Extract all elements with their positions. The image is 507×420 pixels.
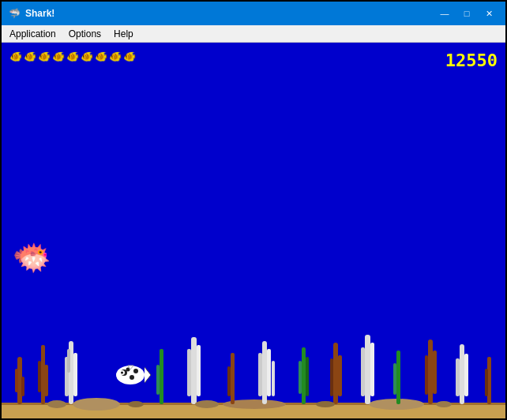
svg-point-16 xyxy=(133,369,138,373)
svg-rect-55 xyxy=(485,369,488,396)
svg-rect-53 xyxy=(464,354,468,396)
seabed-layer xyxy=(2,332,505,418)
minimize-button[interactable]: — xyxy=(434,6,455,21)
svg-rect-50 xyxy=(433,351,437,394)
svg-point-21 xyxy=(121,372,123,374)
window-controls: — □ ✕ xyxy=(434,6,499,21)
svg-rect-33 xyxy=(262,341,267,404)
life-8: 🐠 xyxy=(109,51,122,62)
menu-application[interactable]: Application xyxy=(3,27,62,41)
life-7: 🐠 xyxy=(95,51,107,62)
svg-rect-51 xyxy=(460,344,464,404)
svg-point-59 xyxy=(316,401,335,407)
svg-rect-37 xyxy=(302,347,306,404)
window: 🦈 Shark! — □ ✕ Application Options Help … xyxy=(0,0,507,420)
svg-point-60 xyxy=(436,401,452,407)
svg-rect-7 xyxy=(44,365,48,396)
svg-rect-25 xyxy=(191,337,197,404)
svg-rect-42 xyxy=(338,355,342,396)
title-bar-left: 🦈 Shark! xyxy=(8,7,54,20)
svg-rect-48 xyxy=(428,339,433,404)
score-display: 12550 xyxy=(445,51,498,70)
menu-bar: Application Options Help xyxy=(2,25,505,43)
lives-display: 🐠 🐠 🐠 🐠 🐠 🐠 🐠 🐠 🐠 xyxy=(9,51,136,62)
svg-rect-11 xyxy=(67,349,70,373)
life-1: 🐠 xyxy=(9,51,22,62)
game-area[interactable]: 🐠 🐠 🐠 🐠 🐠 🐠 🐠 🐠 🐠 12550 🐡 xyxy=(2,43,505,418)
svg-rect-38 xyxy=(299,361,302,394)
svg-point-58 xyxy=(195,400,219,408)
svg-rect-39 xyxy=(306,357,309,396)
svg-point-28 xyxy=(73,398,120,411)
svg-rect-27 xyxy=(197,345,201,396)
svg-point-56 xyxy=(47,400,66,408)
svg-rect-36 xyxy=(272,361,275,396)
svg-rect-4 xyxy=(21,377,24,396)
svg-rect-44 xyxy=(361,347,365,396)
menu-help[interactable]: Help xyxy=(107,27,140,41)
title-bar: 🦈 Shark! — □ ✕ xyxy=(2,2,505,25)
life-5: 🐠 xyxy=(66,51,79,62)
svg-rect-40 xyxy=(333,343,338,404)
svg-rect-24 xyxy=(156,365,160,395)
life-4: 🐠 xyxy=(52,51,65,62)
close-button[interactable]: ✕ xyxy=(479,6,499,21)
svg-marker-17 xyxy=(145,367,151,383)
life-2: 🐠 xyxy=(24,51,36,62)
svg-rect-26 xyxy=(187,349,191,396)
svg-point-57 xyxy=(128,401,144,407)
svg-point-14 xyxy=(130,375,134,380)
svg-rect-47 xyxy=(393,363,396,395)
app-icon: 🦈 xyxy=(8,7,21,20)
svg-rect-23 xyxy=(160,349,163,404)
life-6: 🐠 xyxy=(81,51,93,62)
menu-options[interactable]: Options xyxy=(62,27,107,41)
svg-rect-34 xyxy=(258,353,262,396)
svg-rect-49 xyxy=(425,355,428,395)
svg-rect-41 xyxy=(330,358,333,396)
player-fish: 🐡 xyxy=(9,240,53,276)
life-3: 🐠 xyxy=(38,51,51,62)
svg-rect-43 xyxy=(365,335,370,404)
life-9: 🐠 xyxy=(123,51,136,62)
svg-rect-52 xyxy=(456,358,460,396)
svg-rect-31 xyxy=(231,353,235,404)
svg-rect-46 xyxy=(396,351,400,404)
maximize-button[interactable]: □ xyxy=(456,6,477,21)
svg-rect-32 xyxy=(227,366,231,396)
svg-rect-6 xyxy=(38,361,41,392)
svg-rect-45 xyxy=(370,343,374,396)
window-title: Shark! xyxy=(25,8,54,19)
svg-rect-10 xyxy=(73,353,77,396)
svg-rect-3 xyxy=(15,369,18,392)
svg-rect-35 xyxy=(267,349,271,396)
